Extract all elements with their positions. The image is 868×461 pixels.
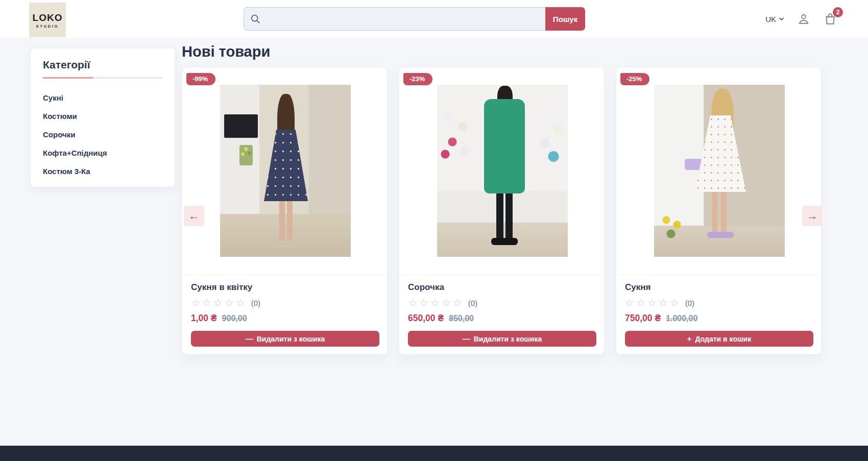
logo[interactable]: LOKO STUDIO — [29, 3, 66, 37]
remove-from-cart-button[interactable]: — Видалити з кошика — [408, 331, 596, 347]
rating-stars-icon: ☆☆☆☆☆ — [191, 298, 247, 308]
page-title: Нові товари — [182, 43, 270, 60]
product-card: -23% Сорочка ☆☆☆☆☆ (0) 650,00 ₴ 850,00 — [399, 67, 605, 355]
product-name[interactable]: Сукня в квітку — [191, 282, 378, 293]
page: LOKO STUDIO Пошук UK — [0, 0, 868, 461]
sidebar-item-sukni[interactable]: Сукні — [43, 89, 162, 107]
product-image[interactable] — [437, 85, 568, 257]
rating-count: (0) — [251, 299, 260, 307]
product-price: 650,00 ₴ — [408, 313, 444, 324]
product-price: 1,00 ₴ — [191, 313, 217, 324]
sidebar-item-sorochky[interactable]: Сорочки — [43, 126, 162, 144]
sidebar-item-kostyumy[interactable]: Костюми — [43, 107, 162, 126]
logo-text-main: LOKO — [33, 12, 63, 23]
button-label: Додати в кошик — [695, 335, 752, 343]
rating-stars-icon: ☆☆☆☆☆ — [625, 298, 681, 308]
remove-from-cart-button[interactable]: — Видалити з кошика — [191, 331, 379, 347]
product-old-price: 1.000,00 — [666, 314, 697, 323]
minus-icon: — — [246, 334, 253, 343]
categories-divider — [43, 77, 162, 79]
rating-count: (0) — [468, 299, 477, 307]
categories-list: Сукні Костюми Сорочки Кофта+Спідниця Кос… — [43, 89, 162, 181]
language-label: UK — [765, 15, 776, 23]
carousel-prev-button[interactable]: ← — [184, 206, 204, 226]
product-name[interactable]: Сукня — [625, 282, 812, 293]
product-image[interactable] — [220, 85, 351, 257]
cart-button[interactable]: 2 — [823, 12, 837, 26]
product-old-price: 900,00 — [222, 314, 247, 323]
discount-badge: -23% — [403, 73, 432, 85]
product-card: -25% Сукня ☆☆☆☆☆ (0) 750,00 ₴ 1.000,00 — [616, 67, 822, 355]
search-button[interactable]: Пошук — [545, 7, 585, 31]
header: LOKO STUDIO Пошук UK — [0, 0, 868, 38]
cart-count-badge: 2 — [833, 7, 843, 17]
plus-icon: + — [687, 334, 692, 343]
discount-badge: -99% — [186, 73, 215, 85]
rating-count: (0) — [685, 299, 694, 307]
product-carousel: -99% Сукня в квітку ☆☆☆☆☆ (0) 1,00 ₴ 900… — [182, 67, 822, 355]
product-name[interactable]: Сорочка — [408, 282, 595, 293]
search-bar: Пошук — [244, 7, 585, 31]
categories-title: Категорії — [43, 59, 162, 71]
search-input[interactable] — [244, 7, 545, 31]
sidebar-item-kofta-spidnytsya[interactable]: Кофта+Спідниця — [43, 144, 162, 162]
button-label: Видалити з кошика — [474, 335, 542, 343]
rating-stars-icon: ☆☆☆☆☆ — [408, 298, 464, 308]
categories-panel: Категорії Сукні Костюми Сорочки Кофта+Сп… — [31, 48, 175, 187]
language-selector[interactable]: UK — [765, 15, 784, 23]
discount-badge: -25% — [620, 73, 649, 85]
product-price: 750,00 ₴ — [625, 313, 661, 324]
account-button[interactable] — [797, 12, 811, 26]
minus-icon: — — [463, 334, 470, 343]
button-label: Видалити з кошика — [257, 335, 325, 343]
sidebar-item-kostyum-3ka[interactable]: Костюм 3-Ка — [43, 162, 162, 181]
arrow-right-icon: → — [807, 209, 818, 223]
product-card: -99% Сукня в квітку ☆☆☆☆☆ (0) 1,00 ₴ 900… — [182, 67, 388, 355]
add-to-cart-button[interactable]: + Додати в кошик — [625, 331, 813, 347]
carousel-next-button[interactable]: → — [802, 206, 823, 226]
product-old-price: 850,00 — [449, 314, 474, 323]
logo-text-sub: STUDIO — [36, 25, 59, 28]
product-image[interactable] — [654, 85, 785, 257]
user-icon — [797, 12, 810, 26]
chevron-down-icon — [779, 17, 784, 21]
arrow-left-icon: ← — [188, 209, 200, 223]
footer — [0, 446, 868, 461]
header-actions: UK — [765, 0, 837, 38]
